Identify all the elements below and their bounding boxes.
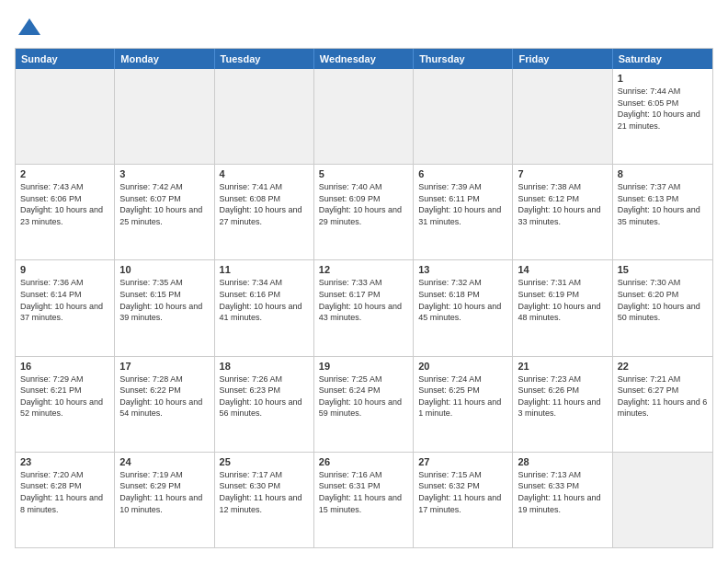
calendar-cell xyxy=(513,69,612,164)
day-number: 9 xyxy=(20,264,109,275)
cell-sun-info: Sunrise: 7:36 AM Sunset: 6:14 PM Dayligh… xyxy=(20,277,109,323)
calendar-cell: 24Sunrise: 7:19 AM Sunset: 6:29 PM Dayli… xyxy=(115,453,214,547)
calendar-cell xyxy=(414,69,513,164)
cell-sun-info: Sunrise: 7:42 AM Sunset: 6:07 PM Dayligh… xyxy=(119,181,209,227)
cell-sun-info: Sunrise: 7:34 AM Sunset: 6:16 PM Dayligh… xyxy=(220,277,309,323)
day-number: 13 xyxy=(418,264,507,275)
day-number: 2 xyxy=(20,168,109,179)
calendar-cell: 23Sunrise: 7:20 AM Sunset: 6:28 PM Dayli… xyxy=(16,453,115,547)
cell-sun-info: Sunrise: 7:24 AM Sunset: 6:25 PM Dayligh… xyxy=(418,373,507,419)
calendar-row: 9Sunrise: 7:36 AM Sunset: 6:14 PM Daylig… xyxy=(16,259,712,355)
day-number: 11 xyxy=(220,264,309,275)
cell-sun-info: Sunrise: 7:26 AM Sunset: 6:23 PM Dayligh… xyxy=(220,373,309,419)
calendar-cell: 17Sunrise: 7:28 AM Sunset: 6:22 PM Dayli… xyxy=(115,357,214,452)
calendar-cell: 3Sunrise: 7:42 AM Sunset: 6:07 PM Daylig… xyxy=(115,165,214,259)
calendar-cell: 26Sunrise: 7:16 AM Sunset: 6:31 PM Dayli… xyxy=(314,453,414,547)
day-number: 8 xyxy=(618,168,708,179)
cell-sun-info: Sunrise: 7:17 AM Sunset: 6:30 PM Dayligh… xyxy=(220,469,309,515)
calendar-cell xyxy=(613,453,712,547)
cell-sun-info: Sunrise: 7:43 AM Sunset: 6:06 PM Dayligh… xyxy=(20,181,109,227)
day-number: 24 xyxy=(119,456,209,467)
weekday-header: Thursday xyxy=(414,49,513,69)
calendar-header: SundayMondayTuesdayWednesdayThursdayFrid… xyxy=(16,49,712,69)
calendar-cell xyxy=(314,69,414,164)
day-number: 6 xyxy=(418,168,507,179)
day-number: 4 xyxy=(220,168,309,179)
weekday-header: Tuesday xyxy=(215,49,314,69)
calendar: SundayMondayTuesdayWednesdayThursdayFrid… xyxy=(15,48,713,548)
day-number: 28 xyxy=(518,456,607,467)
calendar-cell xyxy=(115,69,214,164)
cell-sun-info: Sunrise: 7:32 AM Sunset: 6:18 PM Dayligh… xyxy=(418,277,507,323)
cell-sun-info: Sunrise: 7:37 AM Sunset: 6:13 PM Dayligh… xyxy=(618,181,708,227)
weekday-header: Saturday xyxy=(613,49,712,69)
calendar-cell: 22Sunrise: 7:21 AM Sunset: 6:27 PM Dayli… xyxy=(613,357,712,452)
calendar-cell: 7Sunrise: 7:38 AM Sunset: 6:12 PM Daylig… xyxy=(513,165,612,259)
calendar-cell: 25Sunrise: 7:17 AM Sunset: 6:30 PM Dayli… xyxy=(215,453,314,547)
calendar-cell: 19Sunrise: 7:25 AM Sunset: 6:24 PM Dayli… xyxy=(314,357,414,452)
day-number: 15 xyxy=(618,264,708,275)
calendar-cell: 27Sunrise: 7:15 AM Sunset: 6:32 PM Dayli… xyxy=(414,453,513,547)
cell-sun-info: Sunrise: 7:29 AM Sunset: 6:21 PM Dayligh… xyxy=(20,373,109,419)
cell-sun-info: Sunrise: 7:21 AM Sunset: 6:27 PM Dayligh… xyxy=(618,373,708,419)
day-number: 23 xyxy=(20,456,109,467)
day-number: 12 xyxy=(319,264,408,275)
calendar-cell: 11Sunrise: 7:34 AM Sunset: 6:16 PM Dayli… xyxy=(215,260,314,355)
cell-sun-info: Sunrise: 7:35 AM Sunset: 6:15 PM Dayligh… xyxy=(119,277,209,323)
cell-sun-info: Sunrise: 7:40 AM Sunset: 6:09 PM Dayligh… xyxy=(319,181,408,227)
logo-icon xyxy=(17,15,42,40)
calendar-cell: 15Sunrise: 7:30 AM Sunset: 6:20 PM Dayli… xyxy=(613,260,712,355)
calendar-cell: 4Sunrise: 7:41 AM Sunset: 6:08 PM Daylig… xyxy=(215,165,314,259)
calendar-cell: 5Sunrise: 7:40 AM Sunset: 6:09 PM Daylig… xyxy=(314,165,414,259)
day-number: 22 xyxy=(618,361,708,372)
calendar-cell: 20Sunrise: 7:24 AM Sunset: 6:25 PM Dayli… xyxy=(414,357,513,452)
calendar-cell: 14Sunrise: 7:31 AM Sunset: 6:19 PM Dayli… xyxy=(513,260,612,355)
calendar-row: 16Sunrise: 7:29 AM Sunset: 6:21 PM Dayli… xyxy=(16,356,712,452)
day-number: 19 xyxy=(319,361,408,372)
day-number: 16 xyxy=(20,361,109,372)
cell-sun-info: Sunrise: 7:13 AM Sunset: 6:33 PM Dayligh… xyxy=(518,469,607,515)
page-header xyxy=(15,15,713,40)
day-number: 1 xyxy=(618,73,708,84)
cell-sun-info: Sunrise: 7:38 AM Sunset: 6:12 PM Dayligh… xyxy=(518,181,607,227)
day-number: 27 xyxy=(418,456,507,467)
cell-sun-info: Sunrise: 7:31 AM Sunset: 6:19 PM Dayligh… xyxy=(518,277,607,323)
weekday-header: Wednesday xyxy=(314,49,414,69)
cell-sun-info: Sunrise: 7:30 AM Sunset: 6:20 PM Dayligh… xyxy=(618,277,708,323)
calendar-cell: 8Sunrise: 7:37 AM Sunset: 6:13 PM Daylig… xyxy=(613,165,712,259)
calendar-cell: 1Sunrise: 7:44 AM Sunset: 6:05 PM Daylig… xyxy=(613,69,712,164)
calendar-row: 1Sunrise: 7:44 AM Sunset: 6:05 PM Daylig… xyxy=(16,69,712,164)
day-number: 14 xyxy=(518,264,607,275)
calendar-cell: 9Sunrise: 7:36 AM Sunset: 6:14 PM Daylig… xyxy=(16,260,115,355)
cell-sun-info: Sunrise: 7:44 AM Sunset: 6:05 PM Dayligh… xyxy=(618,86,708,132)
day-number: 20 xyxy=(418,361,507,372)
day-number: 7 xyxy=(518,168,607,179)
day-number: 17 xyxy=(119,361,209,372)
day-number: 26 xyxy=(319,456,408,467)
calendar-cell: 10Sunrise: 7:35 AM Sunset: 6:15 PM Dayli… xyxy=(115,260,214,355)
calendar-cell: 21Sunrise: 7:23 AM Sunset: 6:26 PM Dayli… xyxy=(513,357,612,452)
weekday-header: Friday xyxy=(513,49,612,69)
cell-sun-info: Sunrise: 7:28 AM Sunset: 6:22 PM Dayligh… xyxy=(119,373,209,419)
weekday-header: Monday xyxy=(115,49,214,69)
calendar-row: 2Sunrise: 7:43 AM Sunset: 6:06 PM Daylig… xyxy=(16,164,712,259)
cell-sun-info: Sunrise: 7:15 AM Sunset: 6:32 PM Dayligh… xyxy=(418,469,507,515)
day-number: 25 xyxy=(220,456,309,467)
cell-sun-info: Sunrise: 7:20 AM Sunset: 6:28 PM Dayligh… xyxy=(20,469,109,515)
calendar-cell: 28Sunrise: 7:13 AM Sunset: 6:33 PM Dayli… xyxy=(513,453,612,547)
cell-sun-info: Sunrise: 7:41 AM Sunset: 6:08 PM Dayligh… xyxy=(220,181,309,227)
day-number: 10 xyxy=(119,264,209,275)
logo xyxy=(15,15,42,40)
cell-sun-info: Sunrise: 7:19 AM Sunset: 6:29 PM Dayligh… xyxy=(119,469,209,515)
day-number: 5 xyxy=(319,168,408,179)
calendar-cell: 2Sunrise: 7:43 AM Sunset: 6:06 PM Daylig… xyxy=(16,165,115,259)
calendar-cell: 6Sunrise: 7:39 AM Sunset: 6:11 PM Daylig… xyxy=(414,165,513,259)
day-number: 18 xyxy=(220,361,309,372)
weekday-header: Sunday xyxy=(16,49,115,69)
calendar-cell: 18Sunrise: 7:26 AM Sunset: 6:23 PM Dayli… xyxy=(215,357,314,452)
day-number: 21 xyxy=(518,361,607,372)
cell-sun-info: Sunrise: 7:16 AM Sunset: 6:31 PM Dayligh… xyxy=(319,469,408,515)
calendar-cell: 16Sunrise: 7:29 AM Sunset: 6:21 PM Dayli… xyxy=(16,357,115,452)
calendar-cell: 12Sunrise: 7:33 AM Sunset: 6:17 PM Dayli… xyxy=(314,260,414,355)
cell-sun-info: Sunrise: 7:33 AM Sunset: 6:17 PM Dayligh… xyxy=(319,277,408,323)
